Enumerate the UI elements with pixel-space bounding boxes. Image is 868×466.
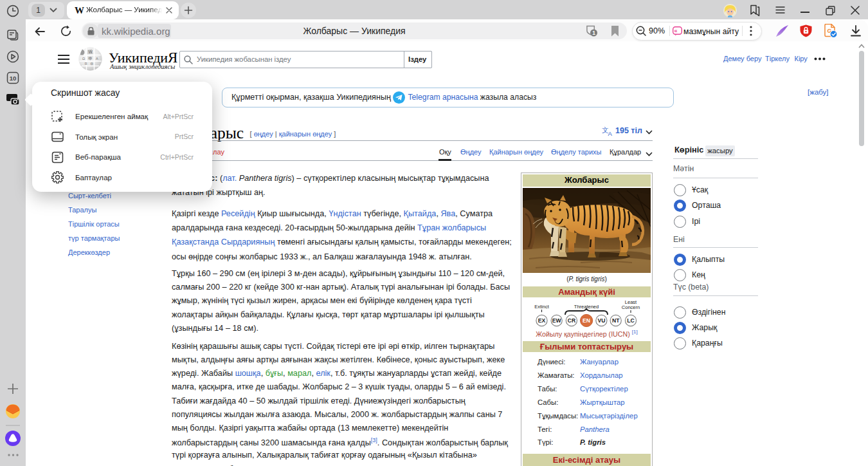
svg-text:1: 1: [592, 30, 595, 36]
svg-text:CR: CR: [568, 317, 576, 324]
svg-text:Ω: Ω: [82, 57, 85, 61]
svg-text:Ө: Ө: [91, 62, 94, 66]
svg-text:LC: LC: [627, 317, 634, 324]
svg-text:A: A: [96, 57, 98, 61]
svg-text:EN: EN: [583, 317, 590, 324]
svg-text:Extinct: Extinct: [534, 304, 549, 310]
svg-text:Concern: Concern: [622, 304, 640, 310]
svg-text:W: W: [89, 50, 93, 54]
svg-text:EX: EX: [538, 317, 546, 324]
svg-text:A: A: [608, 130, 613, 136]
svg-text:EW: EW: [552, 317, 562, 324]
svg-text:10: 10: [10, 75, 17, 82]
svg-text:VU: VU: [597, 317, 605, 324]
svg-text:«: «: [674, 28, 678, 34]
svg-text:Я: Я: [85, 62, 87, 66]
svg-text:NT: NT: [612, 317, 620, 324]
svg-text:中: 中: [89, 57, 93, 61]
